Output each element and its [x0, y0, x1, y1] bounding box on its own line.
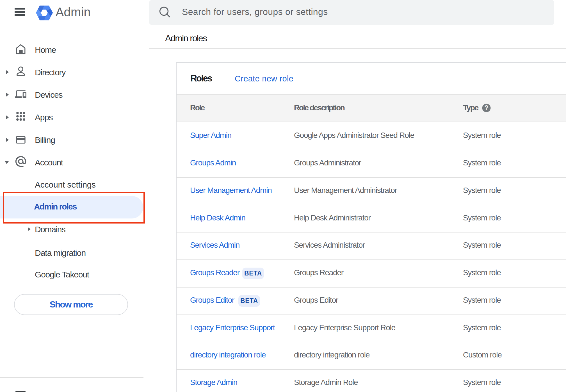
svg-text:?: ? — [484, 104, 488, 111]
